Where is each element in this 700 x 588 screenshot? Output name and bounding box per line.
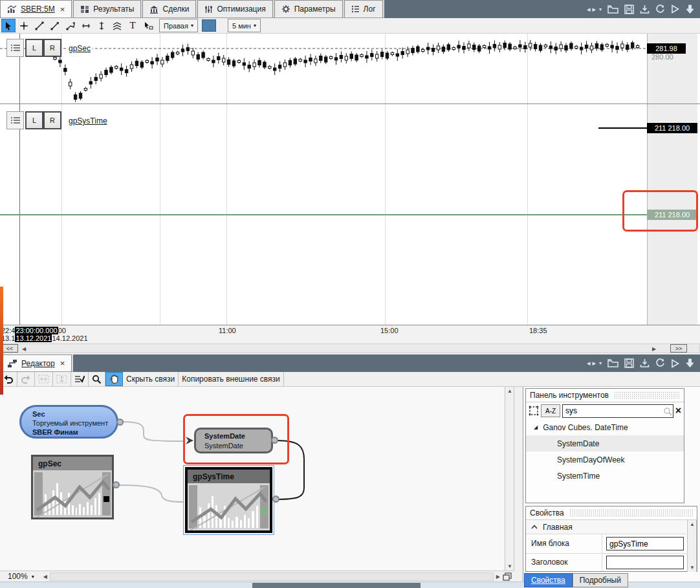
nav-back-icon[interactable]: ◂ (587, 359, 591, 367)
scroll-fast-right-button[interactable]: >> (670, 344, 687, 353)
scroll-down-arrow[interactable]: ▼ (690, 565, 695, 571)
export-icon[interactable] (640, 358, 650, 368)
properties-vscrollbar[interactable]: ▲ ▼ (687, 520, 697, 572)
bottom-scroll-thumb[interactable] (252, 583, 421, 588)
schema-canvas[interactable]: Sec Торгуемый инструмент SBER Финам gpSe… (0, 387, 505, 571)
ray-tool-button[interactable] (48, 19, 62, 32)
sec-output-port[interactable] (116, 419, 124, 426)
tree-item-systemtime[interactable]: SystemTime (526, 468, 684, 484)
chart-hscrollbar[interactable] (0, 343, 700, 353)
horizontal-line-tool-button[interactable] (79, 19, 93, 32)
tab-results[interactable]: Результаты (73, 0, 141, 17)
pan-hand-button[interactable] (105, 372, 123, 386)
run-icon[interactable] (671, 359, 679, 368)
align-horizontal-button[interactable] (35, 372, 53, 386)
clear-search-icon[interactable]: × (675, 405, 681, 417)
nav-dropdown-icon[interactable]: ▾ (599, 6, 602, 12)
select-tool-button[interactable] (1, 19, 16, 32)
scroll-up-arrow[interactable]: ▲ (507, 388, 512, 394)
panel-grip[interactable] (614, 391, 680, 399)
tab-optimization[interactable]: Оптимизация (197, 0, 272, 17)
vertical-line-tool-button[interactable] (94, 19, 109, 32)
tree-group-datetime[interactable]: ◢ Ganov Cubes. DateTime (526, 419, 684, 435)
timeframe-dropdown[interactable]: 5 мин ▾ (228, 19, 261, 32)
run-icon[interactable] (671, 5, 679, 14)
channel-tool-button[interactable] (110, 19, 124, 32)
agent-run-icon[interactable] (685, 5, 695, 14)
scroll-left-arrow[interactable]: ◀ (43, 574, 47, 580)
align-vertical-button[interactable] (53, 372, 71, 386)
scroll-down-arrow[interactable]: ▼ (507, 563, 512, 569)
crosshair-tool-button[interactable] (17, 19, 31, 32)
nav-back-icon[interactable]: ◂ (587, 5, 591, 14)
scroll-right-arrow[interactable]: ▶ (652, 346, 656, 352)
refresh-icon[interactable] (655, 358, 665, 368)
tab-properties[interactable]: Свойства (524, 573, 573, 587)
systemdate-output-port[interactable] (271, 437, 278, 444)
trendline-tool-button[interactable] (32, 19, 47, 32)
redo-button[interactable] (17, 372, 35, 386)
export-icon[interactable] (640, 5, 650, 14)
close-icon[interactable]: × (60, 5, 65, 14)
panel1-left-scale-button[interactable]: L (25, 39, 43, 57)
panel2-menu-button[interactable] (6, 111, 24, 129)
panel1-menu-button[interactable] (6, 39, 24, 57)
save-icon[interactable] (624, 358, 634, 368)
panel2-left-scale-button[interactable]: L (25, 111, 43, 129)
tab-parameters[interactable]: Параметры (274, 0, 343, 17)
zoom-dropdown-icon[interactable]: ▾ (32, 574, 34, 580)
tree-item-systemdayofweek[interactable]: SystemDayOfWeek (526, 452, 684, 468)
scroll-left-arrow[interactable]: ◀ (22, 346, 26, 352)
save-icon[interactable] (624, 5, 634, 14)
panel1-right-scale-button[interactable]: R (43, 39, 61, 57)
block-title-input[interactable] (606, 556, 684, 569)
hide-links-button[interactable]: Скрыть связи (123, 372, 179, 386)
open-folder-icon[interactable] (607, 358, 618, 368)
panel-divider[interactable] (0, 103, 700, 104)
scroll-up-arrow[interactable]: ▲ (690, 521, 695, 527)
pointer-label-tool-button[interactable] (141, 19, 155, 32)
block-gpsystime[interactable]: gpSysTime (185, 467, 272, 533)
panel2-series-label[interactable]: gpSysTime (67, 116, 109, 125)
close-icon[interactable]: × (60, 358, 65, 368)
tab-sber-5m[interactable]: SBER:5M × (0, 0, 72, 17)
tree-expanded-icon[interactable]: ◢ (534, 424, 538, 430)
scroll-right-arrow[interactable]: ▶ (496, 574, 500, 580)
scroll-fast-left-button[interactable]: << (1, 344, 18, 353)
restore-window-icon[interactable] (503, 572, 512, 581)
nav-forward-icon[interactable]: ▸ (592, 5, 596, 14)
gpsystime-output-port[interactable] (272, 495, 279, 503)
agent-run-icon[interactable] (685, 358, 695, 368)
color-swatch-button[interactable] (202, 19, 216, 32)
panel1-series-label[interactable]: gpSec (67, 44, 93, 53)
selection-mode-icon[interactable] (529, 406, 539, 416)
validate-button[interactable] (71, 372, 89, 386)
editor-vscrollbar[interactable]: ▲ ▼ (505, 387, 514, 571)
block-sec[interactable]: Sec Торгуемый инструмент SBER Финам (19, 405, 118, 439)
gpsec-output-port[interactable] (113, 481, 120, 488)
block-gpsec[interactable]: gpSec (31, 455, 114, 519)
open-folder-icon[interactable] (607, 5, 618, 14)
nav-dropdown-icon[interactable]: ▾ (599, 360, 602, 366)
panel-grip[interactable] (569, 509, 693, 517)
tab-detailed[interactable]: Подробный (573, 573, 628, 587)
refresh-icon[interactable] (655, 5, 665, 14)
text-tool-button[interactable]: T (126, 19, 140, 32)
copy-external-links-button[interactable]: Копировать внешние связи (179, 372, 284, 386)
polyline-tool-button[interactable] (63, 19, 78, 32)
tab-log[interactable]: Лог (344, 0, 383, 17)
block-systemdate[interactable]: SystemDate SystemDate (194, 428, 273, 453)
zoom-search-button[interactable] (89, 372, 105, 386)
tab-editor[interactable]: Редактор × (0, 354, 72, 371)
tab-trades[interactable]: Сделки (142, 0, 196, 17)
systemdate-input-port[interactable] (185, 436, 194, 445)
pane-selector-dropdown[interactable]: Правая ▾ (159, 19, 198, 32)
toolbox-search-input[interactable] (562, 404, 673, 418)
nav-forward-icon[interactable]: ▸ (592, 359, 596, 367)
horizontal-level-line[interactable] (0, 214, 647, 215)
properties-section-main[interactable]: Главная (526, 520, 686, 534)
sort-az-button[interactable]: A-Z (541, 404, 560, 417)
panel2-right-scale-button[interactable]: R (43, 111, 61, 129)
editor-hscrollbar[interactable] (50, 572, 494, 581)
block-name-input[interactable] (606, 537, 684, 550)
